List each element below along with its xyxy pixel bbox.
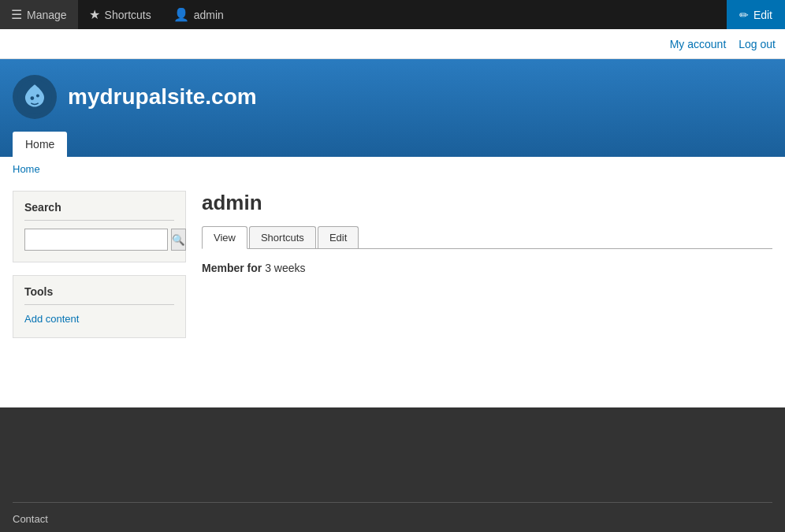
tab-shortcuts[interactable]: Shortcuts	[249, 226, 316, 248]
sidebar: Search 🔍 Tools Add content	[13, 191, 186, 351]
shortcuts-toolbar-label: Shortcuts	[105, 9, 151, 21]
nav-item-home[interactable]: Home	[13, 132, 67, 157]
main-content-wrapper: Search 🔍 Tools Add content admin View Sh…	[0, 181, 785, 360]
contact-link[interactable]: Contact	[13, 513, 48, 525]
secondary-toolbar: My account Log out	[0, 29, 785, 59]
drupal-logo-svg	[17, 80, 52, 114]
tools-block-title: Tools	[24, 285, 174, 305]
admin-toolbar: ☰ Manage ★ Shortcuts 👤 admin ✏ Edit	[0, 0, 785, 29]
site-name: mydrupalsite.com	[68, 84, 257, 110]
search-block: Search 🔍	[13, 191, 186, 262]
tools-block: Tools Add content	[13, 275, 186, 338]
tab-edit[interactable]: Edit	[318, 226, 359, 248]
my-account-link[interactable]: My account	[670, 38, 727, 50]
log-out-link[interactable]: Log out	[738, 38, 776, 50]
footer-links: Contact	[13, 502, 772, 532]
page-title: admin	[202, 191, 772, 215]
content-tabs: View Shortcuts Edit	[202, 226, 772, 249]
member-for-label: Member for	[202, 262, 262, 274]
search-input[interactable]	[24, 229, 168, 251]
site-header: mydrupalsite.com Home	[0, 59, 785, 157]
admin-user-menu-item[interactable]: 👤 admin	[162, 0, 235, 29]
breadcrumb: Home	[0, 157, 785, 181]
pencil-icon: ✏	[739, 9, 749, 21]
search-icon: 🔍	[172, 234, 185, 246]
star-icon: ★	[89, 7, 100, 22]
member-duration: 3 weeks	[265, 262, 305, 274]
search-button[interactable]: 🔍	[171, 229, 186, 251]
manage-label: Manage	[27, 9, 67, 21]
admin-user-label: admin	[194, 9, 224, 21]
search-block-title: Search	[24, 201, 174, 221]
svg-point-1	[31, 96, 35, 100]
search-form: 🔍	[24, 229, 174, 251]
page-content: admin View Shortcuts Edit Member for 3 w…	[202, 191, 772, 351]
hamburger-icon: ☰	[11, 7, 22, 22]
svg-point-2	[36, 94, 39, 97]
edit-toolbar-button[interactable]: ✏ Edit	[727, 0, 785, 29]
shortcuts-menu-item[interactable]: ★ Shortcuts	[78, 0, 162, 29]
edit-toolbar-label: Edit	[753, 9, 772, 21]
footer: Contact Powered by Drupal	[0, 407, 785, 532]
user-icon: 👤	[173, 7, 189, 22]
breadcrumb-home-link[interactable]: Home	[13, 163, 40, 175]
add-content-link[interactable]: Add content	[24, 311, 174, 326]
site-navigation: Home	[13, 132, 772, 157]
site-branding: mydrupalsite.com	[13, 75, 772, 119]
manage-menu-item[interactable]: ☰ Manage	[0, 0, 78, 29]
site-logo	[13, 75, 57, 119]
tab-view[interactable]: View	[202, 226, 247, 249]
member-info: Member for 3 weeks	[202, 262, 772, 274]
